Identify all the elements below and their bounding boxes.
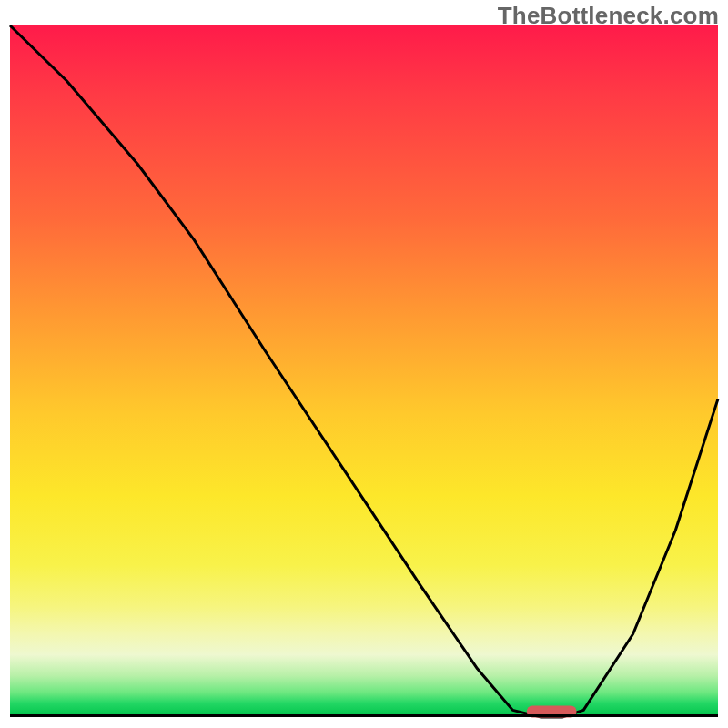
watermark-text: TheBottleneck.com — [498, 2, 719, 30]
bottleneck-curve — [10, 25, 718, 717]
curve-layer — [10, 25, 718, 717]
x-axis-baseline — [10, 714, 718, 717]
plot-area — [10, 25, 718, 717]
chart-stage: TheBottleneck.com — [0, 0, 728, 728]
